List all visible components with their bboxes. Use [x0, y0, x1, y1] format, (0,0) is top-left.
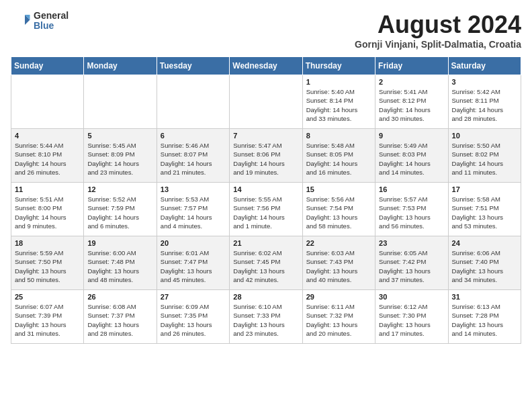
calendar-table: SundayMondayTuesdayWednesdayThursdayFrid…	[11, 56, 521, 344]
cell-content: Sunrise: 5:53 AM Sunset: 7:57 PM Dayligh…	[161, 195, 226, 230]
day-number: 20	[161, 239, 226, 247]
month-title: August 2024	[355, 11, 521, 39]
cell-content: Sunrise: 6:00 AM Sunset: 7:48 PM Dayligh…	[87, 248, 152, 284]
calendar-cell: 22Sunrise: 6:03 AM Sunset: 7:43 PM Dayli…	[302, 236, 375, 290]
cell-content: Sunrise: 6:12 AM Sunset: 7:30 PM Dayligh…	[379, 302, 444, 338]
day-number: 10	[452, 132, 517, 140]
day-number: 28	[233, 293, 298, 301]
day-number: 25	[15, 293, 80, 301]
logo: General Blue	[11, 11, 69, 32]
logo-text: General Blue	[34, 11, 69, 32]
calendar-cell: 3Sunrise: 5:42 AM Sunset: 8:11 PM Daylig…	[448, 75, 521, 129]
calendar-cell: 30Sunrise: 6:12 AM Sunset: 7:30 PM Dayli…	[375, 290, 448, 344]
logo-icon	[11, 11, 31, 31]
day-number: 21	[233, 239, 298, 247]
cell-content: Sunrise: 5:57 AM Sunset: 7:53 PM Dayligh…	[379, 195, 444, 230]
cell-content: Sunrise: 5:42 AM Sunset: 8:11 PM Dayligh…	[452, 87, 517, 123]
day-number: 7	[233, 132, 298, 140]
calendar-cell: 31Sunrise: 6:13 AM Sunset: 7:28 PM Dayli…	[448, 290, 521, 344]
cell-content: Sunrise: 5:50 AM Sunset: 8:02 PM Dayligh…	[452, 141, 517, 177]
cell-content: Sunrise: 5:59 AM Sunset: 7:50 PM Dayligh…	[15, 248, 80, 284]
calendar-cell: 10Sunrise: 5:50 AM Sunset: 8:02 PM Dayli…	[448, 129, 521, 183]
day-number: 11	[15, 185, 80, 193]
cell-content: Sunrise: 5:48 AM Sunset: 8:05 PM Dayligh…	[306, 141, 371, 177]
calendar-cell: 21Sunrise: 6:02 AM Sunset: 7:45 PM Dayli…	[230, 236, 302, 290]
title-block: August 2024 Gornji Vinjani, Split-Dalmat…	[355, 11, 521, 50]
header-row: SundayMondayTuesdayWednesdayThursdayFrid…	[11, 57, 521, 75]
calendar-cell: 8Sunrise: 5:48 AM Sunset: 8:05 PM Daylig…	[302, 129, 375, 183]
calendar-cell: 6Sunrise: 5:46 AM Sunset: 8:07 PM Daylig…	[157, 129, 229, 183]
cell-content: Sunrise: 5:55 AM Sunset: 7:56 PM Dayligh…	[233, 195, 298, 230]
day-number: 2	[379, 78, 444, 86]
cell-content: Sunrise: 6:07 AM Sunset: 7:39 PM Dayligh…	[15, 302, 80, 338]
cell-content: Sunrise: 6:09 AM Sunset: 7:35 PM Dayligh…	[161, 302, 226, 338]
calendar-cell: 4Sunrise: 5:44 AM Sunset: 8:10 PM Daylig…	[11, 129, 84, 183]
header-day: Monday	[84, 57, 157, 75]
day-number: 3	[452, 78, 517, 86]
calendar-cell: 11Sunrise: 5:51 AM Sunset: 8:00 PM Dayli…	[11, 183, 84, 236]
calendar-cell: 25Sunrise: 6:07 AM Sunset: 7:39 PM Dayli…	[11, 290, 84, 344]
day-number: 4	[15, 132, 80, 140]
cell-content: Sunrise: 5:56 AM Sunset: 7:54 PM Dayligh…	[306, 195, 371, 230]
cell-content: Sunrise: 5:58 AM Sunset: 7:51 PM Dayligh…	[452, 195, 517, 230]
calendar-week: 18Sunrise: 5:59 AM Sunset: 7:50 PM Dayli…	[11, 236, 521, 290]
day-number: 24	[452, 239, 517, 247]
calendar-cell: 28Sunrise: 6:10 AM Sunset: 7:33 PM Dayli…	[230, 290, 302, 344]
cell-content: Sunrise: 5:44 AM Sunset: 8:10 PM Dayligh…	[15, 141, 80, 177]
cell-content: Sunrise: 6:10 AM Sunset: 7:33 PM Dayligh…	[233, 302, 298, 338]
day-number: 6	[161, 132, 226, 140]
calendar-cell: 15Sunrise: 5:56 AM Sunset: 7:54 PM Dayli…	[302, 183, 375, 236]
cell-content: Sunrise: 5:52 AM Sunset: 7:59 PM Dayligh…	[87, 195, 152, 230]
day-number: 5	[87, 132, 152, 140]
calendar-cell	[230, 75, 302, 129]
calendar-cell: 2Sunrise: 5:41 AM Sunset: 8:12 PM Daylig…	[375, 75, 448, 129]
day-number: 15	[306, 185, 371, 193]
calendar-cell: 7Sunrise: 5:47 AM Sunset: 8:06 PM Daylig…	[230, 129, 302, 183]
location: Gornji Vinjani, Split-Dalmatia, Croatia	[355, 39, 521, 50]
calendar-body: 1Sunrise: 5:40 AM Sunset: 8:14 PM Daylig…	[11, 75, 521, 344]
day-number: 18	[15, 239, 80, 247]
day-number: 30	[379, 293, 444, 301]
logo-blue: Blue	[34, 21, 69, 31]
cell-content: Sunrise: 5:51 AM Sunset: 8:00 PM Dayligh…	[15, 195, 80, 230]
day-number: 22	[306, 239, 371, 247]
cell-content: Sunrise: 5:47 AM Sunset: 8:06 PM Dayligh…	[233, 141, 298, 177]
cell-content: Sunrise: 6:03 AM Sunset: 7:43 PM Dayligh…	[306, 248, 371, 284]
header-day: Sunday	[11, 57, 84, 75]
cell-content: Sunrise: 5:46 AM Sunset: 8:07 PM Dayligh…	[161, 141, 226, 177]
day-number: 13	[161, 185, 226, 193]
calendar-cell	[84, 75, 157, 129]
day-number: 29	[306, 293, 371, 301]
calendar-cell: 9Sunrise: 5:49 AM Sunset: 8:03 PM Daylig…	[375, 129, 448, 183]
cell-content: Sunrise: 5:41 AM Sunset: 8:12 PM Dayligh…	[379, 87, 444, 123]
day-number: 16	[379, 185, 444, 193]
calendar-cell: 14Sunrise: 5:55 AM Sunset: 7:56 PM Dayli…	[230, 183, 302, 236]
calendar-cell: 27Sunrise: 6:09 AM Sunset: 7:35 PM Dayli…	[157, 290, 229, 344]
calendar-cell: 19Sunrise: 6:00 AM Sunset: 7:48 PM Dayli…	[84, 236, 157, 290]
cell-content: Sunrise: 6:02 AM Sunset: 7:45 PM Dayligh…	[233, 248, 298, 284]
calendar-cell	[157, 75, 229, 129]
calendar-cell: 24Sunrise: 6:06 AM Sunset: 7:40 PM Dayli…	[448, 236, 521, 290]
cell-content: Sunrise: 5:45 AM Sunset: 8:09 PM Dayligh…	[87, 141, 152, 177]
logo-general: General	[34, 11, 69, 21]
calendar-cell	[11, 75, 84, 129]
calendar-week: 4Sunrise: 5:44 AM Sunset: 8:10 PM Daylig…	[11, 129, 521, 183]
calendar-cell: 13Sunrise: 5:53 AM Sunset: 7:57 PM Dayli…	[157, 183, 229, 236]
calendar-cell: 17Sunrise: 5:58 AM Sunset: 7:51 PM Dayli…	[448, 183, 521, 236]
calendar-cell: 23Sunrise: 6:05 AM Sunset: 7:42 PM Dayli…	[375, 236, 448, 290]
cell-content: Sunrise: 6:13 AM Sunset: 7:28 PM Dayligh…	[452, 302, 517, 338]
calendar-week: 1Sunrise: 5:40 AM Sunset: 8:14 PM Daylig…	[11, 75, 521, 129]
calendar-week: 25Sunrise: 6:07 AM Sunset: 7:39 PM Dayli…	[11, 290, 521, 344]
calendar-cell: 12Sunrise: 5:52 AM Sunset: 7:59 PM Dayli…	[84, 183, 157, 236]
header-day: Friday	[375, 57, 448, 75]
calendar-cell: 26Sunrise: 6:08 AM Sunset: 7:37 PM Dayli…	[84, 290, 157, 344]
calendar-cell: 5Sunrise: 5:45 AM Sunset: 8:09 PM Daylig…	[84, 129, 157, 183]
day-number: 8	[306, 132, 371, 140]
cell-content: Sunrise: 6:01 AM Sunset: 7:47 PM Dayligh…	[161, 248, 226, 284]
day-number: 31	[452, 293, 517, 301]
cell-content: Sunrise: 6:05 AM Sunset: 7:42 PM Dayligh…	[379, 248, 444, 284]
cell-content: Sunrise: 5:40 AM Sunset: 8:14 PM Dayligh…	[306, 87, 371, 123]
calendar-cell: 20Sunrise: 6:01 AM Sunset: 7:47 PM Dayli…	[157, 236, 229, 290]
cell-content: Sunrise: 6:11 AM Sunset: 7:32 PM Dayligh…	[306, 302, 371, 338]
cell-content: Sunrise: 6:06 AM Sunset: 7:40 PM Dayligh…	[452, 248, 517, 284]
